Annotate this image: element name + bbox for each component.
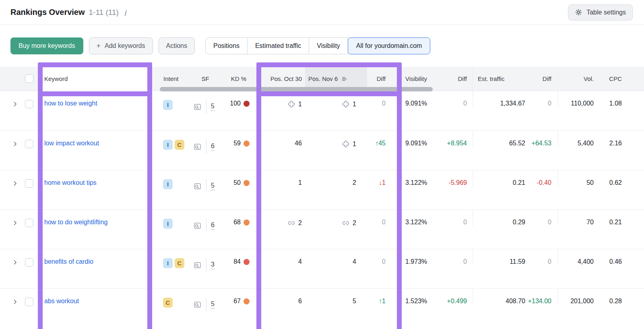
expand-chevron-icon[interactable] xyxy=(12,259,19,265)
view-tab-all-for-domain[interactable]: All for yourdomain.com xyxy=(348,37,431,54)
kd-level-dot xyxy=(244,219,250,226)
view-tab-estimated-traffic[interactable]: Estimated traffic xyxy=(247,37,309,54)
actions-button[interactable]: Actions xyxy=(159,37,195,54)
expand-chevron-icon[interactable] xyxy=(12,101,19,107)
kd-value: 59 xyxy=(233,140,241,147)
est-traffic-value: 0.21 xyxy=(473,170,527,186)
expand-chevron-icon[interactable] xyxy=(12,220,19,226)
serp-features-count[interactable]: 6 xyxy=(211,143,215,151)
serp-features-icon xyxy=(193,221,202,230)
column-header-diff-traffic[interactable]: Diff xyxy=(527,75,558,82)
view-tab-visibility[interactable]: Visibility xyxy=(309,37,348,54)
row-checkbox[interactable] xyxy=(25,219,33,227)
serp-features-count[interactable]: 3 xyxy=(211,261,215,269)
serp-features-count[interactable]: 6 xyxy=(211,221,215,230)
rankings-table: Keyword Intent SF KD % Pos. Oct 30 Pos. … xyxy=(0,67,644,328)
page-title: Rankings Overview xyxy=(10,8,85,17)
table-row: abs workout C 5 67 6 5 ↑1 1.523% +0.499 … xyxy=(0,288,644,328)
table-row: how to lose weight I 5 100 1 1 0 9.091% … xyxy=(0,91,644,130)
est-traffic-diff-value: 0 xyxy=(527,91,558,107)
column-header-diff-visibility[interactable]: Diff xyxy=(443,75,473,82)
row-checkbox[interactable] xyxy=(25,100,33,108)
serp-features-count[interactable]: 5 xyxy=(211,182,215,190)
column-header-diff-pos[interactable]: Diff xyxy=(367,75,402,82)
volume-value: 201,000 xyxy=(558,289,596,305)
column-header-keyword[interactable]: Keyword xyxy=(38,67,152,91)
pos-nov-value: 2 xyxy=(353,219,356,227)
pos-nov-serp-icon xyxy=(341,100,350,109)
est-traffic-diff-value: 0 xyxy=(527,210,558,226)
est-traffic-diff-value: +134.00 xyxy=(527,289,558,305)
serp-features-count[interactable]: 5 xyxy=(211,300,215,309)
row-checkbox[interactable] xyxy=(25,179,33,188)
est-traffic-value: 0.29 xyxy=(473,210,527,226)
expand-chevron-icon[interactable] xyxy=(12,299,19,305)
est-traffic-diff-value: -0.40 xyxy=(527,170,558,186)
visibility-value: 9.091% xyxy=(402,131,443,147)
divider xyxy=(206,100,206,114)
view-tab-positions[interactable]: Positions xyxy=(205,37,248,54)
sort-descending-icon xyxy=(341,76,348,82)
serp-features-icon xyxy=(193,300,202,309)
column-header-est-traffic[interactable]: Est. traffic xyxy=(473,67,527,91)
divider xyxy=(206,140,206,153)
kd-value: 100 xyxy=(230,100,241,107)
keyword-link[interactable]: how to lose weight xyxy=(44,100,97,107)
pos-nov-value: 5 xyxy=(353,298,356,305)
kd-value: 50 xyxy=(233,179,241,186)
pos-diff-value: 0 xyxy=(367,210,402,226)
est-traffic-value: 65.52 xyxy=(473,131,527,147)
buy-more-keywords-button[interactable]: Buy more keywords xyxy=(10,37,83,54)
pos-nov-value: 4 xyxy=(353,258,356,265)
view-switcher: Positions Estimated traffic Visibility A… xyxy=(205,37,430,54)
row-checkbox[interactable] xyxy=(25,298,33,306)
pos-nov-value: 2 xyxy=(353,179,356,186)
add-keywords-button[interactable]: + Add keywords xyxy=(89,37,153,54)
row-checkbox[interactable] xyxy=(25,258,33,267)
intent-badge-informational: I xyxy=(163,179,173,189)
pos-nov-value: 1 xyxy=(353,141,356,148)
column-header-kd[interactable]: KD % xyxy=(223,75,257,82)
select-all-checkbox[interactable] xyxy=(25,74,33,83)
kd-value: 68 xyxy=(233,219,241,226)
column-header-cpc[interactable]: CPC xyxy=(596,75,644,82)
pos-nov-serp-icon xyxy=(341,219,350,228)
serp-features-icon xyxy=(193,261,202,269)
pos-oct-value: 2 xyxy=(298,219,302,227)
intent-badge-informational: I xyxy=(163,100,173,110)
divider xyxy=(206,219,206,232)
column-header-sf[interactable]: SF xyxy=(188,75,223,82)
keyword-link[interactable]: home workout tips xyxy=(44,179,97,186)
kd-level-dot xyxy=(244,141,250,147)
horizontal-scrollbar-thumb[interactable] xyxy=(160,87,433,91)
pos-oct-value: 1 xyxy=(298,101,302,108)
plus-icon: + xyxy=(97,42,101,50)
keyword-link[interactable]: low impact workout xyxy=(44,140,99,147)
table-row: low impact workout IC 6 59 46 1 ↑45 9.09… xyxy=(0,130,644,170)
cpc-value: 1.08 xyxy=(596,91,644,107)
expand-chevron-icon[interactable] xyxy=(12,141,19,147)
serp-features-count[interactable]: 5 xyxy=(211,103,215,111)
keyword-link[interactable]: abs workout xyxy=(44,298,79,304)
visibility-value: 9.091% xyxy=(402,91,443,107)
kd-level-dot xyxy=(244,298,250,304)
result-range: 1-11 (11) xyxy=(89,8,119,17)
keyword-link[interactable]: how to do weightlifting xyxy=(44,219,107,226)
pos-oct-value: 6 xyxy=(298,298,302,305)
volume-value: 4,400 xyxy=(558,249,596,265)
expand-chevron-icon[interactable] xyxy=(12,180,19,186)
visibility-value: 1.973% xyxy=(402,249,443,265)
row-checkbox[interactable] xyxy=(25,140,33,148)
table-settings-button[interactable]: Table settings xyxy=(568,4,633,21)
rankings-overview-screen: Rankings Overview 1-11 (11) i Table sett… xyxy=(0,0,644,329)
table-body: how to lose weight I 5 100 1 1 0 9.091% … xyxy=(0,91,644,328)
table-row: benefits of cardio IC 3 84 4 4 0 1.973% … xyxy=(0,249,644,288)
keyword-link[interactable]: benefits of cardio xyxy=(44,258,93,265)
column-header-intent[interactable]: Intent xyxy=(152,75,188,82)
intent-badges: C xyxy=(152,289,188,308)
column-header-volume[interactable]: Vol. xyxy=(558,75,596,82)
info-icon[interactable]: i xyxy=(124,8,126,17)
cpc-value: 0.28 xyxy=(596,289,644,305)
intent-badge-commercial: C xyxy=(175,258,184,268)
divider xyxy=(206,258,206,272)
